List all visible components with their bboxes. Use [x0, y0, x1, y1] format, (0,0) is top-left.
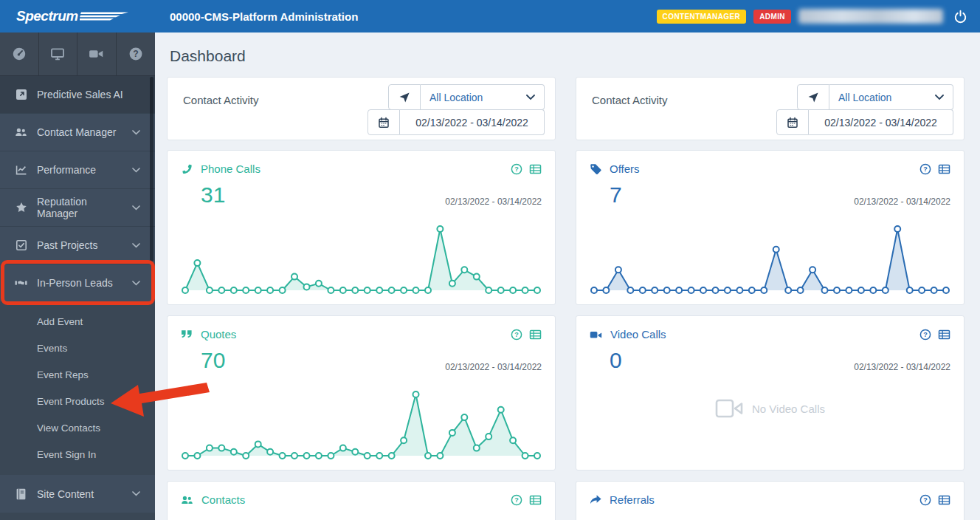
calendar-button[interactable]: [368, 109, 400, 135]
help-circle-icon: ?: [919, 329, 931, 341]
chevron-down-icon: [132, 243, 140, 248]
help-circle-icon: ?: [511, 494, 522, 506]
quote-icon: [181, 329, 193, 340]
location-button[interactable]: [388, 84, 421, 110]
calendar-icon: [378, 117, 390, 129]
quotes-card: Quotes ? 70 02/13/2022 - 03/14/2022: [167, 315, 556, 471]
card-label: Phone Calls: [201, 162, 260, 175]
submenu-item-add-event[interactable]: Add Event: [0, 308, 155, 335]
help-circle-button[interactable]: ?: [511, 329, 522, 341]
video-icon: [590, 329, 602, 341]
star-icon: [15, 202, 27, 213]
sidebar-item-contact-manager[interactable]: Contact Manager: [0, 113, 155, 151]
sidebar-item-predictive-sales-ai[interactable]: Predictive Sales AI: [0, 75, 155, 113]
chevron-down-icon: [132, 168, 140, 173]
chevron-down-icon: [132, 281, 140, 286]
svg-text:?: ?: [923, 165, 928, 173]
chevron-down-icon: [935, 95, 944, 100]
no-video-calls-empty-state: No Video Calls: [576, 399, 964, 418]
sidebar-filler: [0, 513, 155, 520]
panel-title: Contact Activity: [576, 78, 668, 140]
table-icon: [938, 163, 950, 175]
table-view-button[interactable]: [938, 163, 950, 175]
location-select[interactable]: All Location: [829, 84, 953, 110]
table-view-button[interactable]: [938, 494, 950, 506]
table-view-button[interactable]: [938, 329, 950, 341]
role-badge-admin: ADMIN: [753, 10, 791, 24]
chevron-down-icon: [132, 130, 140, 135]
calendar-icon: [787, 117, 798, 129]
calendar-button[interactable]: [776, 109, 809, 135]
sidebar-toolbar: ?: [0, 32, 155, 75]
gauge-toolbar-button[interactable]: [0, 32, 39, 75]
sidebar-item-site-content[interactable]: Site Content: [0, 475, 155, 513]
location-arrow-icon: [807, 92, 819, 103]
app-logo[interactable]: Spectrum: [0, 8, 155, 24]
logout-power-button[interactable]: [950, 7, 970, 26]
external-link-icon: [15, 89, 27, 100]
help-circle-button[interactable]: ?: [511, 494, 522, 506]
card-date-range: 02/13/2022 - 03/14/2022: [854, 362, 950, 372]
sidebar-scrollbar[interactable]: [150, 77, 153, 261]
main-content: Dashboard Contact Activity All Location: [155, 32, 980, 520]
sidebar-item-label: In-Person Leads: [37, 277, 113, 289]
sidebar-item-label: Site Content: [37, 488, 94, 500]
submenu-item-event-reps[interactable]: Event Reps: [0, 361, 155, 388]
card-label: Referrals: [610, 493, 655, 506]
location-select-value: All Location: [838, 92, 891, 103]
table-view-button[interactable]: [529, 163, 542, 175]
desktop-toolbar-button[interactable]: [39, 32, 78, 75]
help-toolbar-button[interactable]: ?: [117, 32, 156, 75]
top-bar: Spectrum 00000-CMS-Platform Administrati…: [0, 0, 980, 32]
panel-title: Contact Activity: [168, 78, 259, 140]
sidebar-item-label: Performance: [37, 164, 96, 176]
date-range-input[interactable]: 02/13/2022 - 03/14/2022: [400, 109, 545, 135]
table-view-button[interactable]: [529, 329, 542, 341]
video-outline-icon: [715, 399, 743, 418]
video-calls-card: Video Calls ? 0 02/13/2022 - 03/14/2022: [576, 315, 965, 471]
sidebar-item-performance[interactable]: Performance: [0, 151, 155, 188]
svg-text:?: ?: [514, 331, 519, 338]
sidebar-item-past-projects[interactable]: Past Projects: [0, 226, 155, 264]
sidebar-item-label: Reputation Manager: [37, 196, 122, 219]
phone-calls-chart: [181, 223, 542, 295]
help-circle-icon: ?: [919, 494, 931, 506]
submenu-item-view-contacts[interactable]: View Contacts: [0, 414, 155, 441]
power-icon: [953, 10, 967, 24]
username-redacted: [798, 9, 943, 24]
sidebar-item-reputation-manager[interactable]: Reputation Manager: [0, 188, 155, 226]
svg-text:?: ?: [514, 496, 519, 504]
contact-activity-panel-left: Contact Activity All Location: [167, 77, 556, 140]
window-title: 00000-CMS-Platform Administration: [170, 10, 358, 23]
location-button[interactable]: [797, 84, 829, 110]
page-title: Dashboard: [167, 32, 965, 77]
location-select[interactable]: All Location: [421, 84, 545, 110]
table-view-button[interactable]: [529, 494, 542, 506]
offers-chart: [590, 223, 950, 295]
contacts-card: Contacts ?: [167, 481, 556, 520]
logo-text: Spectrum: [16, 8, 78, 24]
help-circle-icon: ?: [511, 163, 522, 175]
card-label: Offers: [610, 162, 640, 175]
card-label: Video Calls: [610, 328, 666, 341]
date-range-input[interactable]: 02/13/2022 - 03/14/2022: [809, 109, 953, 135]
users-icon: [15, 126, 27, 138]
help-circle-button[interactable]: ?: [511, 163, 522, 175]
video-toolbar-button[interactable]: [77, 32, 117, 75]
help-circle-button[interactable]: ?: [919, 494, 931, 506]
sidebar-item-label: Predictive Sales AI: [37, 89, 123, 100]
video-icon: [89, 47, 104, 61]
help-circle-button[interactable]: ?: [919, 163, 931, 175]
help-circle-button[interactable]: ?: [919, 329, 931, 341]
submenu-item-event-sign-in[interactable]: Event Sign In: [0, 441, 155, 468]
table-icon: [529, 329, 542, 341]
quotes-chart: [181, 389, 542, 461]
logo-swoosh-icon: [80, 11, 128, 23]
submenu-item-event-products[interactable]: Event Products: [0, 388, 155, 414]
phone-icon: [181, 163, 193, 175]
svg-text:?: ?: [923, 331, 928, 338]
sidebar-item-in-person-leads[interactable]: In-Person Leads: [0, 264, 155, 301]
chevron-down-icon: [526, 95, 535, 100]
location-select-value: All Location: [429, 92, 483, 103]
submenu-item-events[interactable]: Events: [0, 335, 155, 361]
